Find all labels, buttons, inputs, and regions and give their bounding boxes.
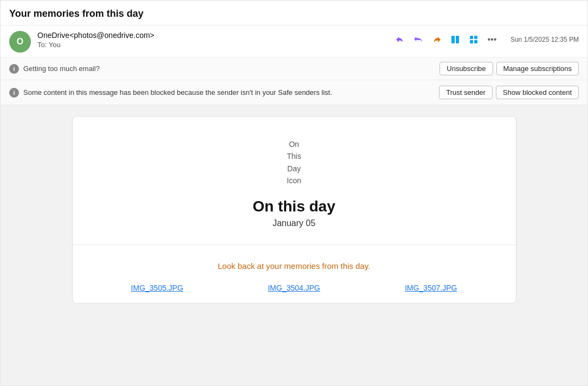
action-icons: ••• [391,31,501,48]
more-icon: ••• [488,35,497,44]
info-message: Getting too much email? [23,65,100,73]
card-top: On This Day Icon On this day January 05 [73,117,516,245]
view1-button[interactable] [447,31,464,48]
blocked-bar-right: Trust sender Show blocked content [439,86,579,99]
manage-subscriptions-button[interactable]: Manage subscriptions [496,62,579,75]
info-bar-right: Unsubscribe Manage subscriptions [440,62,579,75]
icon-line-4: Icon [287,175,301,186]
to-value: You [49,41,61,49]
sender-row: O OneDrive<photos@onedrive.com> To: You [1,25,587,57]
info-icon: i [9,64,19,74]
sender-right: ••• Sun 1/5/2025 12:35 PM [391,31,579,48]
trust-sender-button[interactable]: Trust sender [439,86,493,99]
blocked-bar: i Some content in this message has been … [1,80,587,105]
blocked-message: Some content in this message has been bl… [23,88,332,97]
email-body: On This Day Icon On this day January 05 … [1,105,587,385]
info-bar-email: i Getting too much email? Unsubscribe Ma… [1,57,587,80]
on-this-day-date: January 05 [273,218,315,228]
card-bottom: Look back at your memories from this day… [73,245,516,303]
reply-button[interactable] [391,31,409,48]
unsubscribe-button[interactable]: Unsubscribe [440,62,493,75]
sender-info: OneDrive<photos@onedrive.com> To: You [37,31,154,49]
image-link-2[interactable]: IMG_3504.JPG [268,284,320,292]
svg-rect-4 [470,40,473,43]
blocked-info-icon: i [9,88,19,98]
forward-button[interactable] [428,31,445,48]
more-button[interactable]: ••• [483,31,501,48]
email-title: Your memories from this day [9,8,144,19]
email-timestamp: Sun 1/5/2025 12:35 PM [511,36,579,43]
image-link-1[interactable]: IMG_3505.JPG [131,284,184,292]
email-content-wrapper: On This Day Icon On this day January 05 … [50,116,538,304]
on-this-day-heading: On this day [253,198,335,215]
image-link-3[interactable]: IMG_3507.JPG [405,284,457,292]
sender-name: OneDrive<photos@onedrive.com> [37,31,154,40]
svg-rect-1 [456,36,459,43]
view2-button[interactable] [465,31,482,48]
lookback-text: Look back at your memories from this day… [83,261,505,271]
blocked-bar-left: i Some content in this message has been … [9,88,332,98]
svg-rect-3 [474,36,477,39]
image-links: IMG_3505.JPG IMG_3504.JPG IMG_3507.JPG [83,284,505,292]
icon-line-2: This [287,150,301,162]
icon-placeholder: On This Day Icon [287,138,301,187]
show-blocked-content-button[interactable]: Show blocked content [496,86,579,99]
sender-left: O OneDrive<photos@onedrive.com> To: You [9,31,154,53]
to-label: To: [37,41,47,49]
email-container: Your memories from this day O OneDrive<p… [0,0,588,386]
email-title-bar: Your memories from this day [1,1,587,25]
info-bar-left: i Getting too much email? [9,64,100,74]
icon-line-1: On [289,138,299,150]
icon-line-3: Day [287,163,301,175]
svg-rect-2 [470,36,473,39]
on-this-day-card: On This Day Icon On this day January 05 … [72,116,516,304]
svg-rect-5 [474,40,477,43]
svg-rect-0 [451,36,455,43]
sender-to: To: You [37,41,154,49]
reply-all-button[interactable] [410,31,427,48]
avatar: O [9,31,31,53]
